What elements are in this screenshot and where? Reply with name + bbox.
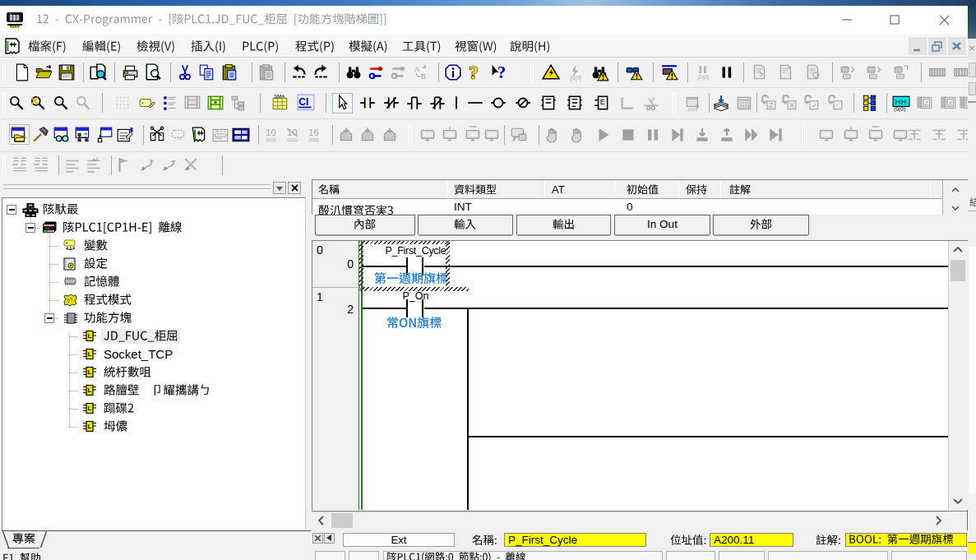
svg-text:(0(0): (0(0) (287, 137, 298, 142)
svg-text:X: X (789, 101, 794, 109)
svg-text:X: X (949, 100, 953, 107)
svg-text:✓: ✓ (812, 101, 817, 109)
svg-text:10: 10 (266, 127, 275, 137)
svg-text:Z: Z (769, 101, 774, 109)
svg-text:(0(0): (0(0) (266, 137, 276, 142)
svg-text:(0(0): (0(0) (697, 74, 709, 81)
svg-text:(0(0): (0(0) (687, 107, 697, 112)
svg-text:A: A (414, 65, 419, 73)
svg-text:L: L (88, 368, 92, 376)
svg-text:E: E (600, 98, 605, 106)
svg-text:L: L (88, 423, 92, 430)
svg-text:(0(0): (0(0) (308, 137, 319, 142)
svg-text:CI: CI (298, 96, 308, 108)
svg-text:-: - (835, 101, 838, 109)
svg-text:Z: Z (925, 100, 929, 107)
svg-text:SMA: SMA (274, 94, 285, 99)
svg-text:L: L (88, 386, 92, 394)
svg-text:?: ? (469, 63, 479, 81)
svg-text:L: L (88, 350, 92, 358)
svg-text:(0(0): (0(0) (570, 75, 581, 81)
svg-text:B: B (421, 72, 426, 81)
svg-text:(0(0): (0(0) (894, 106, 905, 112)
svg-text:HH: HH (895, 97, 906, 106)
svg-text:L: L (88, 405, 92, 412)
svg-text:L: L (88, 332, 92, 340)
svg-text:16: 16 (308, 127, 318, 137)
